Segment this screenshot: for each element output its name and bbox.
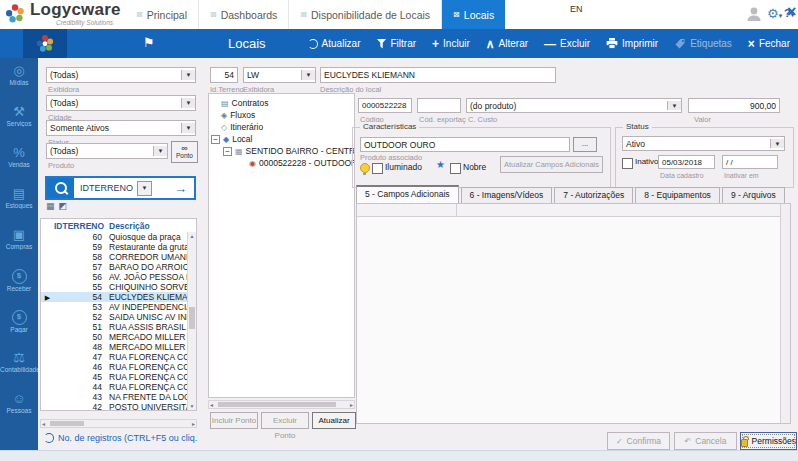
data-cadastro-field[interactable]: 05/03/2018 <box>658 155 715 169</box>
app-icon-tile[interactable] <box>23 29 67 58</box>
table-row[interactable]: ▶ 55 CHIQUINHO SORVETES <box>41 282 188 292</box>
sidebar-item-receber[interactable]: $Receber <box>0 263 38 304</box>
add-button[interactable]: +Incluir <box>432 38 470 49</box>
descricao-local-field[interactable]: EUCLYDES KLIEMANN <box>320 67 556 83</box>
main-tab[interactable]: ⊠ Disponibilidade de Locais <box>289 0 442 29</box>
records-horizontal-scrollbar[interactable]: ◂ ▸ <box>40 419 197 428</box>
scroll-up-icon[interactable]: ▲ <box>188 233 196 239</box>
sidebar-item-pessoas[interactable]: ☺Pessoas <box>0 386 38 427</box>
search-button[interactable] <box>47 178 74 198</box>
table-row[interactable]: ▶ 59 Restaurante da gruta <box>41 242 188 252</box>
records-vertical-scrollbar[interactable]: ▲ ▼ <box>187 232 196 410</box>
inativar-em-field[interactable]: / / <box>722 155 778 169</box>
dropdown-arrow-icon[interactable]: ▼ <box>153 146 167 156</box>
permissoes-button[interactable]: Permissões <box>740 432 797 450</box>
table-row[interactable]: ▶ 53 AV INDEPENDENCIA, S <box>41 302 188 312</box>
table-row[interactable]: ▶ 44 RUA FLORENÇA COM A <box>41 382 188 392</box>
table-row[interactable]: ▶ 46 RUA FLORENÇA COM A <box>41 362 188 372</box>
exibidora-select[interactable]: (Todas)▼ <box>46 67 196 83</box>
browse-button[interactable]: ... <box>573 137 597 152</box>
table-row[interactable]: ▶ 51 RUA ASSIS BRASIL ESC <box>41 322 188 332</box>
grid-header-cell[interactable] <box>357 204 457 217</box>
table-row[interactable]: ▶ 52 SAIDA UNISC AV INDE <box>41 312 188 322</box>
detail-tab[interactable]: 6 - Imagens/Vídeos <box>461 187 553 203</box>
sidebar-item-estoques[interactable]: ▤Estoques <box>0 181 38 222</box>
scroll-right-icon[interactable]: ▸ <box>350 401 353 408</box>
table-row[interactable]: ▶ 54 EUCLYDES KLIEMANN <box>41 292 188 302</box>
settings-gear-icon[interactable]: ⚙▾ <box>767 6 782 21</box>
exibidora-detail-select[interactable]: LW▼ <box>243 67 316 83</box>
collapse-icon[interactable]: − <box>211 135 220 144</box>
status-filter-select[interactable]: Somente Ativos▼ <box>46 120 196 136</box>
table-row[interactable]: ▶ 48 MERCADO MILLER INDI <box>41 342 188 352</box>
tab-window-icon[interactable]: ⊠ <box>136 10 143 19</box>
main-tab[interactable]: ⊠ Locais <box>442 0 505 29</box>
scroll-right-icon[interactable]: ▸ <box>192 420 195 427</box>
inativo-checkbox[interactable] <box>622 158 633 169</box>
table-row[interactable]: ▶ 45 RUA FLORENÇA COM A <box>41 372 188 382</box>
dropdown-arrow-icon[interactable]: ▼ <box>301 70 315 80</box>
tab-window-icon[interactable]: ⊠ <box>210 10 217 19</box>
filter-button[interactable]: Filtrar <box>377 38 417 49</box>
user-avatar-icon[interactable] <box>745 5 763 23</box>
sidebar-item-contabilidade[interactable]: ⚖Contabilidade <box>0 345 38 386</box>
iluminado-checkbox[interactable] <box>372 163 383 174</box>
id-terreno-field[interactable]: 54 <box>210 67 238 83</box>
tree-node-contratos[interactable]: ▤Contratos <box>209 97 354 109</box>
table-row[interactable]: ▶ 42 POSTO UNIVERSITARIO <box>41 402 188 412</box>
scroll-left-icon[interactable]: ◂ <box>42 420 45 427</box>
search-field-selector[interactable]: IDTERRENO <box>80 183 133 193</box>
tree-node-fluxos[interactable]: ◈Fluxos <box>209 109 354 121</box>
record-count-link[interactable]: No. de registros (CTRL+F5 ou cliq... <box>44 433 198 443</box>
tree-node-itinerario[interactable]: ◇Itinerário <box>209 121 354 133</box>
tree-node-ponto[interactable]: ◉0000522228 - OUTDOOR OUR <box>209 157 354 169</box>
table-row[interactable]: ▶ 50 MERCADO MILLER INDI <box>41 332 188 342</box>
dropdown-arrow-icon[interactable]: ▼ <box>770 139 784 148</box>
dropdown-arrow-icon[interactable]: ▼ <box>667 101 681 110</box>
table-row[interactable]: ▶ 43 NA FRENTE DA LOGYC <box>41 392 188 402</box>
close-module-button[interactable]: ×Fechar <box>748 38 790 49</box>
detail-tab[interactable]: 7 - Autorizações <box>554 187 633 203</box>
scroll-down-icon[interactable]: ▼ <box>188 403 196 409</box>
table-row[interactable]: ▶ 57 BARAO DO ARROIO GR <box>41 262 188 272</box>
table-row[interactable]: ▶ 47 RUA FLORENÇA COM A <box>41 352 188 362</box>
main-tab[interactable]: ⊠ Principal <box>125 0 199 29</box>
scrollbar-thumb[interactable] <box>218 402 336 407</box>
columns-icon[interactable]: ▦ <box>46 201 59 211</box>
print-button[interactable]: Imprimir <box>606 38 658 49</box>
search-box[interactable]: IDTERRENO ▼ → <box>45 176 196 200</box>
sidebar-item-vendas[interactable]: %Vendas <box>0 140 38 181</box>
cidade-select[interactable]: (Todas)▼ <box>46 95 196 111</box>
search-field-dropdown[interactable]: ▼ <box>137 181 152 196</box>
dropdown-arrow-icon[interactable]: ▼ <box>181 98 195 108</box>
dropdown-arrow-icon[interactable]: ▼ <box>181 123 195 133</box>
detail-tab[interactable]: 9 - Arquivos <box>722 187 785 203</box>
language-indicator[interactable]: EN <box>570 4 583 14</box>
search-go-arrow-icon[interactable]: → <box>174 181 187 196</box>
grid-vertical-scrollbar[interactable] <box>780 204 790 423</box>
collapse-icon[interactable]: − <box>223 147 232 156</box>
produto-select[interactable]: (Todas)▼ <box>46 143 168 159</box>
nobre-checkbox[interactable] <box>450 163 461 174</box>
grid-header-cell[interactable] <box>457 204 790 217</box>
valor-field[interactable]: 900,00 <box>688 98 780 113</box>
produto-associado-field[interactable]: OUTDOOR OURO <box>360 137 570 152</box>
column-header-descricao[interactable]: Descrição <box>102 221 196 231</box>
atualizar-tree-button[interactable]: Atualizar <box>312 412 356 429</box>
c-custo-select[interactable]: (do produto)▼ <box>466 98 682 113</box>
tab-window-icon[interactable]: ⊠ <box>300 10 307 19</box>
export-icon[interactable]: ◩ <box>59 201 72 211</box>
scroll-left-icon[interactable]: ◂ <box>210 401 213 408</box>
sidebar-item-pagar[interactable]: $Pagar <box>0 304 38 345</box>
status-select[interactable]: Ativo▼ <box>622 136 785 151</box>
scrollbar-thumb[interactable] <box>50 421 84 426</box>
scrollbar-thumb[interactable] <box>189 307 195 329</box>
close-app-icon[interactable]: × <box>787 3 796 21</box>
ponto-button[interactable]: ∞Ponto <box>171 141 198 163</box>
table-row[interactable]: ▶ 60 Quiosque da praça <box>41 232 188 242</box>
table-row[interactable]: ▶ 56 AV. JOÃO PESSOA EM <box>41 272 188 282</box>
tree-horizontal-scrollbar[interactable]: ◂ ▸ <box>208 400 355 409</box>
main-tab[interactable]: ⊠ Dashboards <box>199 0 289 29</box>
detail-tab[interactable]: 8 - Equipamentos <box>635 187 720 203</box>
tree-node-sentido[interactable]: −▦SENTIDO BAIRRO - CENTRO <box>209 145 354 157</box>
